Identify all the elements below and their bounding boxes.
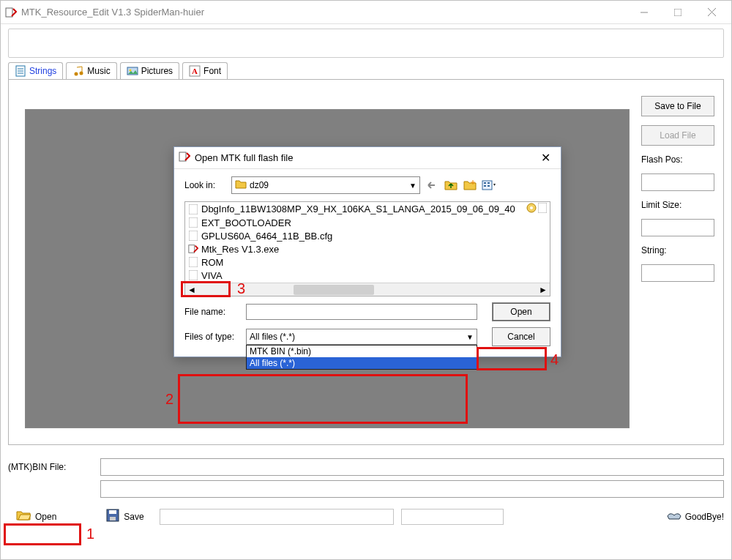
flash-pos-input[interactable] bbox=[641, 173, 714, 191]
titlebar: MTK_Resource_Edit V1.3 SpiderMan-huier bbox=[1, 1, 731, 24]
type-option[interactable]: All files (*.*) bbox=[247, 357, 477, 369]
file-icon bbox=[188, 256, 198, 268]
goodbye-button[interactable]: GoodBye! bbox=[666, 509, 724, 524]
svg-point-28 bbox=[530, 206, 533, 209]
file-icon bbox=[188, 204, 198, 215]
file-icon bbox=[188, 230, 198, 242]
save-disk-icon bbox=[106, 509, 119, 524]
pictures-icon bbox=[127, 65, 138, 77]
disc-icon bbox=[526, 203, 537, 215]
dialog-cancel-button[interactable]: Cancel bbox=[492, 327, 550, 346]
file-name-input[interactable] bbox=[246, 304, 477, 320]
string-label: String: bbox=[641, 245, 714, 255]
file-item[interactable]: DbgInfo_11BW1308MP_X9_HX_106KA_S1_LANGA_… bbox=[185, 202, 550, 216]
music-icon bbox=[72, 65, 84, 77]
file-name: Mtk_Res V1.3.exe bbox=[201, 244, 279, 255]
dialog-open-button[interactable]: Open bbox=[492, 302, 550, 321]
svg-rect-24 bbox=[488, 182, 490, 184]
look-in-value: dz09 bbox=[250, 180, 269, 190]
annotation-label-1: 1 bbox=[86, 526, 94, 542]
svg-rect-25 bbox=[488, 185, 490, 187]
minimize-button[interactable] bbox=[627, 1, 661, 23]
file-item[interactable]: ROM bbox=[185, 255, 550, 269]
svg-rect-34 bbox=[189, 270, 198, 280]
file-name: DbgInfo_11BW1308MP_X9_HX_106KA_S1_LANGA_… bbox=[201, 204, 515, 214]
tab-font[interactable]: A Font bbox=[182, 62, 228, 79]
chevron-down-icon: ▼ bbox=[466, 333, 474, 341]
handshake-icon bbox=[666, 509, 682, 524]
type-option[interactable]: MTK BIN (*.bin) bbox=[247, 346, 477, 357]
nav-up-button[interactable] bbox=[444, 178, 458, 193]
files-of-type-value: All files (*.*) bbox=[250, 332, 295, 342]
svg-rect-23 bbox=[484, 185, 486, 187]
dialog-close-button[interactable]: ✕ bbox=[534, 151, 556, 165]
tab-music-label: Music bbox=[87, 66, 110, 76]
secondary-file-input[interactable] bbox=[100, 480, 724, 498]
save-button-label: Save bbox=[124, 512, 143, 522]
svg-point-10 bbox=[80, 72, 83, 75]
tab-pictures-label: Pictures bbox=[141, 66, 173, 76]
dialog-app-icon bbox=[179, 151, 190, 165]
dialog-cancel-label: Cancel bbox=[507, 332, 534, 342]
load-file-button[interactable]: Load File bbox=[641, 125, 714, 146]
files-of-type-dropdown[interactable]: MTK BIN (*.bin) All files (*.*) bbox=[246, 345, 477, 370]
scroll-thumb[interactable] bbox=[294, 285, 374, 295]
file-name: ROM bbox=[201, 257, 223, 268]
file-item[interactable]: GPLUS60A_6464_11B_BB.cfg bbox=[185, 229, 550, 242]
file-name: VIVA bbox=[201, 270, 223, 281]
open-folder-icon bbox=[16, 509, 31, 523]
svg-text:A: A bbox=[192, 67, 198, 75]
svg-rect-21 bbox=[482, 181, 492, 190]
files-of-type-label: Files of type: bbox=[184, 332, 242, 342]
open-file-dialog: Open MTK full flash file ✕ Look in: dz09… bbox=[173, 146, 561, 357]
close-button[interactable] bbox=[695, 1, 728, 23]
svg-rect-29 bbox=[538, 203, 547, 213]
open-button[interactable]: Open bbox=[8, 506, 64, 527]
save-button[interactable]: Save bbox=[98, 505, 152, 528]
file-name-label: File name: bbox=[184, 307, 242, 317]
svg-rect-17 bbox=[110, 517, 116, 520]
look-in-label: Look in: bbox=[184, 180, 227, 190]
font-icon: A bbox=[189, 65, 201, 77]
file-icon bbox=[538, 203, 547, 215]
save-to-file-button[interactable]: Save to File bbox=[641, 96, 714, 116]
svg-rect-2 bbox=[674, 9, 681, 16]
nav-back-button[interactable] bbox=[425, 178, 439, 193]
open-button-label: Open bbox=[35, 512, 56, 522]
tab-strings-label: Strings bbox=[29, 66, 56, 76]
mtk-bin-file-input[interactable] bbox=[100, 458, 724, 476]
maximize-button[interactable] bbox=[661, 1, 695, 23]
scroll-left-icon[interactable]: ◄ bbox=[185, 285, 198, 295]
annotation-label-3: 3 bbox=[237, 280, 245, 297]
look-in-combo[interactable]: dz09 ▼ bbox=[231, 176, 420, 194]
tab-music[interactable]: Music bbox=[66, 62, 116, 79]
nav-view-button[interactable] bbox=[482, 178, 496, 193]
files-of-type-combo[interactable]: All files (*.*) ▼ MTK BIN (*.bin) All fi… bbox=[246, 329, 477, 345]
strings-icon bbox=[15, 65, 26, 77]
exe-icon bbox=[188, 243, 198, 255]
scroll-right-icon[interactable]: ► bbox=[537, 285, 550, 295]
nav-new-folder-button[interactable] bbox=[463, 178, 477, 193]
file-item[interactable]: Mtk_Res V1.3.exe bbox=[185, 242, 550, 255]
annotation-label-2: 2 bbox=[165, 391, 173, 408]
tab-strings[interactable]: Strings bbox=[8, 62, 63, 79]
mtk-bin-file-label: (MTK)BIN File: bbox=[8, 462, 96, 472]
svg-rect-30 bbox=[189, 217, 198, 228]
file-item[interactable]: EXT_BOOTLOADER bbox=[185, 216, 550, 229]
svg-rect-33 bbox=[189, 257, 198, 267]
flash-pos-label: Flash Pos: bbox=[641, 154, 714, 165]
file-icon bbox=[188, 217, 198, 228]
limit-size-input[interactable] bbox=[641, 219, 714, 236]
app-icon bbox=[5, 7, 17, 18]
annotation-label-4: 4 bbox=[550, 351, 559, 368]
svg-point-9 bbox=[75, 72, 78, 76]
string-input[interactable] bbox=[641, 264, 714, 282]
chevron-down-icon: ▼ bbox=[409, 182, 417, 190]
dialog-title: Open MTK full flash file bbox=[195, 152, 293, 163]
tab-pictures[interactable]: Pictures bbox=[120, 62, 179, 79]
status-box-2 bbox=[401, 509, 504, 525]
svg-rect-31 bbox=[189, 231, 198, 241]
file-name: EXT_BOOTLOADER bbox=[201, 217, 291, 228]
folder-icon bbox=[235, 179, 247, 192]
svg-rect-16 bbox=[109, 510, 116, 514]
